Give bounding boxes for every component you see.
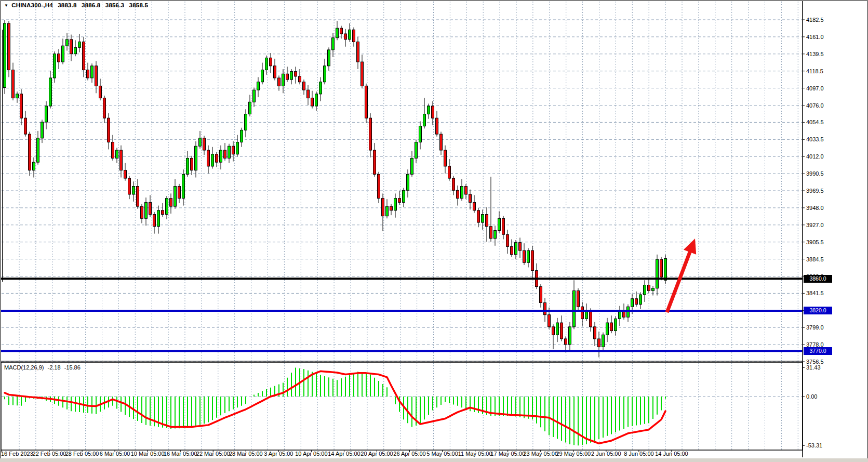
- macd-name: MACD(12,26,9): [4, 364, 44, 371]
- window-bottom-strip: [0, 458, 868, 462]
- chart-canvas[interactable]: 4182.54161.04139.54118.54097.04076.04054…: [0, 0, 868, 462]
- price-line-badge-3820: 3820.0: [804, 307, 832, 314]
- main-chart-area[interactable]: [1, 11, 803, 362]
- price-line-badge-3860: 3860.0: [804, 275, 832, 283]
- price-line-badge-3770: 3770.0: [804, 347, 832, 355]
- price-axis-area[interactable]: [803, 1, 867, 457]
- quote-high: 3886.8: [82, 2, 100, 8]
- quote-close: 3858.5: [129, 2, 148, 8]
- chart-window: 4182.54161.04139.54118.54097.04076.04054…: [0, 0, 868, 462]
- macd-panel-area[interactable]: [1, 362, 803, 450]
- macd-indicator-label: MACD(12,26,9) -2.18 -15.86: [4, 364, 83, 371]
- chart-title: ▼CHINA300-,H4 3883.8 3886.8 3856.3 3858.…: [4, 2, 148, 8]
- macd-value: -2.18: [47, 364, 60, 371]
- macd-signal-value: -15.86: [64, 364, 81, 371]
- symbol-period-label: CHINA300-,H4: [11, 2, 53, 8]
- quote-open: 3883.8: [58, 2, 76, 8]
- quote-low: 3856.3: [105, 2, 124, 8]
- dropdown-icon[interactable]: ▼: [4, 3, 8, 8]
